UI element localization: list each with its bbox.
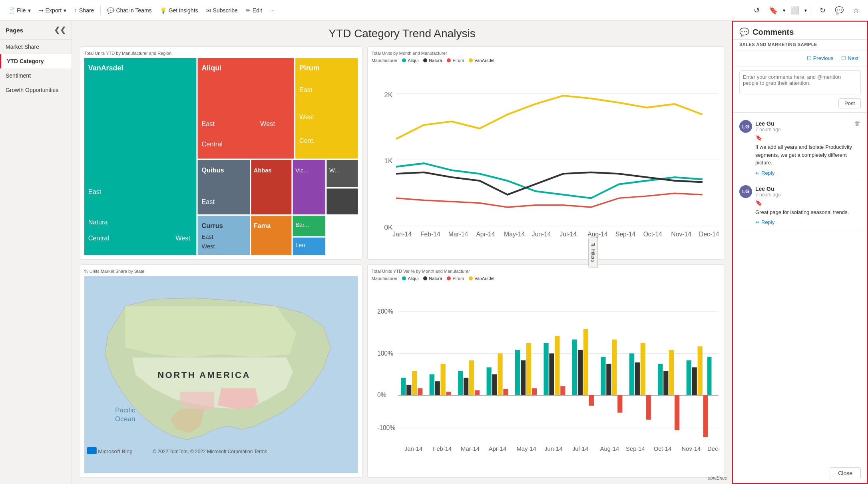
svg-text:NORTH AMERICA: NORTH AMERICA	[157, 370, 251, 380]
svg-text:0K: 0K	[384, 223, 393, 231]
layout-button[interactable]: ⬜	[788, 3, 802, 18]
svg-rect-24	[326, 188, 358, 214]
sidebar: Pages ❮❮ Market Share YTD Category Senti…	[0, 21, 72, 484]
bookmark-button[interactable]: 🔖	[766, 3, 780, 18]
refresh-button[interactable]: ↻	[815, 3, 830, 18]
get-insights-button[interactable]: 💡 Get insights	[157, 6, 201, 15]
favorite-button[interactable]: ☆	[849, 3, 863, 18]
bar-chart-panel[interactable]: Total Units YTD Var % by Month and Manuf…	[367, 264, 724, 478]
svg-text:Mar-14: Mar-14	[461, 446, 480, 452]
toolbar-divider-1	[100, 6, 101, 15]
svg-text:Bar...: Bar...	[295, 221, 309, 228]
file-chevron-icon: ▾	[28, 7, 31, 14]
legend-pirum: Pirum	[447, 58, 464, 63]
svg-text:Pacific: Pacific	[115, 406, 135, 414]
line-chart-panel[interactable]: Total Units by Month and Manufacturer Ma…	[367, 46, 724, 260]
toolbar-right: ↺ 🔖 ▾ ⬜ ▾ ↻ 💬 ☆	[749, 3, 863, 18]
bar-legend-aliqui: Aliqui	[402, 276, 418, 281]
svg-text:0%: 0%	[377, 392, 386, 398]
svg-text:East: East	[201, 198, 215, 206]
svg-rect-80	[464, 378, 468, 396]
sidebar-item-ytd-category[interactable]: YTD Category	[0, 54, 72, 68]
svg-rect-113	[692, 367, 697, 395]
teams-icon: 💬	[107, 7, 114, 14]
svg-rect-72	[406, 385, 411, 395]
svg-text:Feb-14: Feb-14	[433, 446, 452, 452]
page-title: YTD Category Trend Analysis	[80, 27, 724, 40]
comments-panel: 💬 Comments SALES AND MARKETING SAMPLE ☐ …	[732, 21, 868, 484]
comment-textarea[interactable]	[739, 70, 861, 94]
svg-text:May-14: May-14	[516, 446, 536, 452]
avatar-2: LG	[739, 185, 752, 198]
avatar-1: LG	[739, 120, 752, 133]
svg-rect-87	[515, 350, 520, 395]
subscribe-icon: ✉	[206, 7, 211, 14]
previous-button[interactable]: ☐ Previous	[804, 54, 836, 63]
edit-button[interactable]: ✏ Edit	[243, 6, 265, 15]
svg-rect-59	[87, 447, 97, 454]
comment-bookmark-1[interactable]: 🔖	[755, 134, 861, 141]
undo-button[interactable]: ↺	[749, 3, 764, 18]
chat-in-teams-button[interactable]: 💬 Chat in Teams	[104, 6, 155, 15]
svg-text:Jul-14: Jul-14	[559, 231, 577, 238]
export-menu[interactable]: ⇢ Export ▾	[36, 6, 70, 15]
reply-button-1[interactable]: ↩ Reply	[755, 169, 861, 177]
line-chart-title: Total Units by Month and Manufacturer	[372, 51, 720, 56]
comment-button[interactable]: 💬	[832, 3, 846, 18]
watermark: obviEnce	[708, 475, 727, 481]
layout-chevron-icon[interactable]: ▾	[804, 8, 807, 13]
svg-rect-84	[492, 374, 497, 395]
file-menu[interactable]: 📄 File ▾	[5, 6, 34, 15]
comment-item: LG Lee Gu 7 hours ago 🗑 🔖 If we add all …	[733, 116, 867, 181]
comment-meta-2: Lee Gu 7 hours ago	[755, 186, 780, 198]
edit-icon: ✏	[246, 7, 251, 14]
reply-button-2[interactable]: ↩ Reply	[755, 218, 861, 226]
svg-text:Jun-14: Jun-14	[544, 446, 562, 452]
svg-rect-78	[446, 392, 451, 395]
comment-delete-button-1[interactable]: 🗑	[854, 120, 861, 127]
treemap-title: Total Units YTD by Manufacturer and Regi…	[84, 51, 358, 56]
bookmark-chevron-icon[interactable]: ▾	[783, 8, 785, 13]
more-button[interactable]: ···	[267, 6, 278, 15]
comments-list: LG Lee Gu 7 hours ago 🗑 🔖 If we add all …	[733, 113, 867, 463]
svg-text:Jan-14: Jan-14	[404, 446, 422, 452]
svg-rect-85	[498, 354, 502, 396]
next-button[interactable]: ☐ Next	[839, 54, 861, 63]
svg-rect-71	[401, 378, 406, 396]
close-button[interactable]: Close	[830, 467, 861, 479]
map-panel[interactable]: % Units Market Share by State	[80, 264, 362, 478]
svg-text:Central: Central	[88, 234, 109, 242]
svg-text:Mar-14: Mar-14	[448, 231, 468, 238]
comment-header-row-1: LG Lee Gu 7 hours ago 🗑	[739, 120, 861, 133]
filters-tab[interactable]: ⇅ Filters	[588, 238, 598, 268]
treemap-panel[interactable]: Total Units YTD by Manufacturer and Regi…	[80, 46, 362, 260]
comment-bookmark-2[interactable]: 🔖	[755, 200, 861, 206]
share-button[interactable]: ↑ Share	[71, 6, 97, 15]
post-button[interactable]: Post	[838, 98, 861, 108]
sidebar-item-sentiment[interactable]: Sentiment	[0, 68, 72, 83]
svg-rect-106	[640, 343, 645, 395]
toolbar: 📄 File ▾ ⇢ Export ▾ ↑ Share 💬 Chat in Te…	[0, 0, 868, 21]
sidebar-collapse-button[interactable]: ❮❮	[54, 26, 66, 34]
comments-header: 💬 Comments	[733, 22, 867, 40]
svg-text:Aug-14: Aug-14	[600, 446, 619, 452]
sidebar-item-market-share[interactable]: Market Share	[0, 40, 72, 54]
next-icon: ☐	[841, 55, 846, 61]
sidebar-item-growth-opportunities[interactable]: Growth Opportunities	[0, 83, 72, 97]
svg-rect-86	[503, 389, 508, 395]
export-icon: ⇢	[39, 7, 44, 14]
map-svg: NORTH AMERICA Pacific Ocean Microsoft Bi…	[84, 276, 358, 473]
charts-bottom-row: % Units Market Share by State	[80, 264, 724, 478]
svg-rect-76	[435, 381, 440, 395]
svg-rect-108	[658, 364, 663, 395]
page-content: YTD Category Trend Analysis Total Units …	[72, 21, 732, 484]
comments-nav: ☐ Previous ☐ Next	[733, 50, 867, 66]
svg-text:Apr-14: Apr-14	[488, 446, 506, 452]
bar-chart-svg: 200% 100% 0% -100%	[372, 282, 720, 473]
svg-text:Central: Central	[201, 140, 223, 148]
svg-rect-116	[707, 357, 711, 395]
svg-text:Currus: Currus	[201, 222, 223, 230]
comment-author-info-1: LG Lee Gu 7 hours ago	[739, 120, 780, 133]
bar-legend-pirum: Pirum	[447, 276, 464, 281]
subscribe-button[interactable]: ✉ Subscribe	[203, 6, 241, 15]
